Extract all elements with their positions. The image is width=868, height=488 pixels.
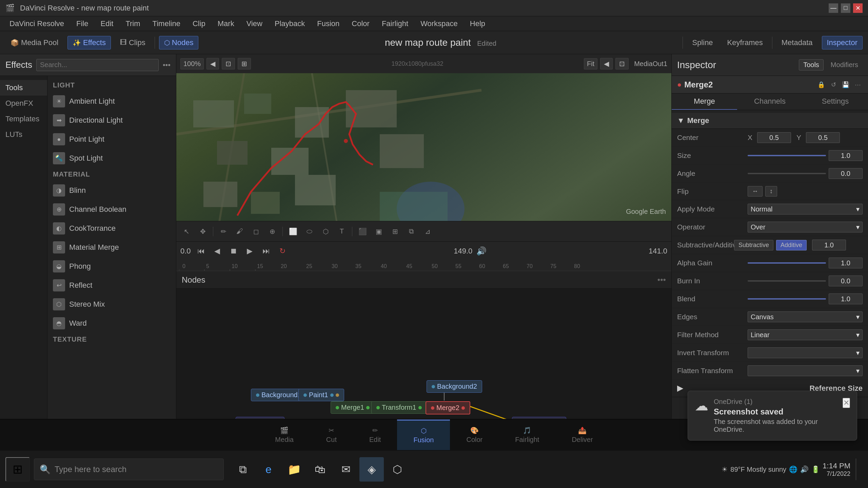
menu-edit[interactable]: Edit: [95, 18, 119, 29]
inspector-save-icon[interactable]: 💾: [841, 80, 850, 89]
center-x-input[interactable]: [757, 132, 791, 143]
fill-tool[interactable]: ⬛: [355, 225, 370, 238]
menu-fusion[interactable]: Fusion: [312, 18, 345, 29]
flip-v-button[interactable]: ↕: [765, 186, 777, 197]
close-button[interactable]: ✕: [853, 3, 863, 13]
node-mediain1[interactable]: MediaIn1: [236, 417, 284, 419]
viewer-right-controls[interactable]: ◀: [600, 58, 613, 69]
viewer-right-aspect[interactable]: ⊡: [615, 58, 629, 69]
loop-button[interactable]: ↻: [276, 245, 289, 257]
angle-value-input[interactable]: [829, 168, 863, 179]
nav-luts[interactable]: LUTs: [0, 127, 47, 142]
tab-edit[interactable]: ✏ Edit: [353, 420, 397, 450]
menu-help[interactable]: Help: [465, 18, 491, 29]
taskbar-explorer[interactable]: 📁: [282, 457, 307, 482]
metadata-button[interactable]: Metadata: [776, 36, 818, 49]
angle-slider[interactable]: [748, 173, 826, 174]
eraser-tool[interactable]: ◻: [249, 225, 263, 238]
effect-point-light[interactable]: ● Point Light: [47, 130, 176, 149]
node-transform1[interactable]: Transform1: [371, 401, 427, 414]
inspector-button[interactable]: Inspector: [822, 36, 863, 49]
rect-tool[interactable]: ⬜: [285, 225, 300, 238]
center-y-input[interactable]: [806, 132, 840, 143]
flatten-transform-dropdown[interactable]: ▾: [748, 365, 863, 376]
menu-timeline[interactable]: Timeline: [147, 18, 186, 29]
taskbar-show-desktop[interactable]: [856, 459, 859, 480]
tab-deliver[interactable]: 📤 Deliver: [555, 420, 609, 450]
menu-fairlight[interactable]: Fairlight: [376, 18, 414, 29]
fit-label[interactable]: Fit: [584, 58, 597, 69]
taskbar-search-box[interactable]: 🔍 Type here to search: [34, 459, 224, 480]
nav-templates[interactable]: Templates: [0, 111, 47, 127]
nodes-button[interactable]: ⬡ Nodes: [159, 36, 199, 49]
size-value-input[interactable]: [829, 150, 863, 161]
select-tool[interactable]: ↖: [179, 225, 194, 238]
effect-spot-light[interactable]: 🔦 Spot Light: [47, 149, 176, 168]
node-mediaout1[interactable]: MediaOut1: [512, 417, 566, 419]
inspector-lock-icon[interactable]: 🔒: [816, 80, 826, 89]
nav-openfx[interactable]: OpenFX: [0, 96, 47, 111]
brush-tool[interactable]: 🖌: [232, 225, 247, 238]
play-back[interactable]: ◀: [211, 245, 223, 257]
burn-in-value-input[interactable]: [829, 276, 863, 286]
viewer-controls[interactable]: ◀: [206, 58, 219, 69]
size-slider[interactable]: [748, 155, 826, 156]
taskbar-edge[interactable]: e: [256, 457, 281, 482]
invert-transform-dropdown[interactable]: ▾: [748, 347, 863, 358]
viewer-safe-area[interactable]: ⊞: [238, 58, 251, 69]
inspector-tab-tools[interactable]: Tools: [799, 59, 824, 70]
viewer-aspect[interactable]: ⊡: [222, 58, 235, 69]
apply-mode-dropdown[interactable]: Normal ▾: [748, 204, 863, 215]
taskbar-store[interactable]: 🛍: [308, 457, 332, 482]
taskbar-network[interactable]: 🌐: [789, 465, 797, 473]
tab-fusion[interactable]: ⬡ Fusion: [397, 420, 450, 450]
operator-dropdown[interactable]: Over ▾: [748, 222, 863, 232]
inspector-tab-modifiers[interactable]: Modifiers: [826, 59, 863, 70]
clone-tool[interactable]: ⊕: [265, 225, 280, 238]
taskbar-volume[interactable]: 🔊: [800, 465, 809, 473]
menu-playback[interactable]: Playback: [269, 18, 310, 29]
play-forward[interactable]: ▶: [244, 245, 256, 257]
effect-phong[interactable]: ◒ Phong: [47, 257, 176, 276]
play-to-end[interactable]: ⏭: [260, 245, 272, 257]
alpha-gain-slider[interactable]: [748, 262, 826, 264]
inspector-subtab-channels[interactable]: Channels: [737, 94, 803, 110]
inspector-reset-icon[interactable]: ↺: [829, 80, 838, 89]
menu-trim[interactable]: Trim: [120, 18, 145, 29]
menu-clip[interactable]: Clip: [187, 18, 211, 29]
stop-button[interactable]: ⏹: [228, 245, 240, 257]
poly-tool[interactable]: ⬡: [318, 225, 333, 238]
taskbar-clock[interactable]: 1:14 PM 7/1/2022: [823, 462, 850, 477]
node-merge2[interactable]: Merge2: [426, 401, 470, 414]
clips-button[interactable]: 🎞 Clips: [115, 36, 151, 49]
sub-add-value-input[interactable]: [812, 240, 846, 250]
effect-ambient-light[interactable]: ☀ Ambient Light: [47, 92, 176, 111]
burn-in-slider[interactable]: [748, 280, 826, 282]
edges-dropdown[interactable]: Canvas ▾: [748, 311, 863, 322]
effect-ward[interactable]: ◓ Ward: [47, 314, 176, 333]
effects-more-button[interactable]: •••: [163, 61, 171, 69]
taskbar-fusion[interactable]: ⬡: [385, 457, 410, 482]
effect-reflect[interactable]: ↩ Reflect: [47, 276, 176, 295]
notification-close-button[interactable]: ✕: [843, 398, 850, 408]
node-background2[interactable]: Background2: [427, 380, 482, 393]
subtractive-button[interactable]: Subtractive: [734, 240, 773, 250]
deform-tool[interactable]: ⊿: [420, 225, 435, 238]
keyframes-button[interactable]: Keyframes: [722, 36, 768, 49]
start-button[interactable]: ⊞: [5, 457, 30, 482]
spline-button[interactable]: Spline: [687, 36, 718, 49]
additive-button[interactable]: Additive: [776, 240, 807, 250]
tab-cut[interactable]: ✂ Cut: [310, 420, 353, 450]
inspector-more-icon[interactable]: ⋯: [853, 80, 863, 89]
tab-media[interactable]: 🎬 Media: [259, 420, 310, 450]
taskbar-davinci[interactable]: ◈: [359, 457, 384, 482]
filter-method-dropdown[interactable]: Linear ▾: [748, 329, 863, 340]
pen-tool[interactable]: ✏: [216, 225, 231, 238]
menu-color[interactable]: Color: [346, 18, 375, 29]
maximize-button[interactable]: □: [841, 3, 850, 13]
transform-tool[interactable]: ⊞: [388, 225, 402, 238]
node-merge1[interactable]: Merge1: [331, 401, 375, 414]
tab-fairlight[interactable]: 🎵 Fairlight: [499, 420, 555, 450]
inspector-subtab-settings[interactable]: Settings: [803, 94, 868, 110]
inspector-section-header-merge[interactable]: ▼ Merge: [672, 113, 868, 129]
